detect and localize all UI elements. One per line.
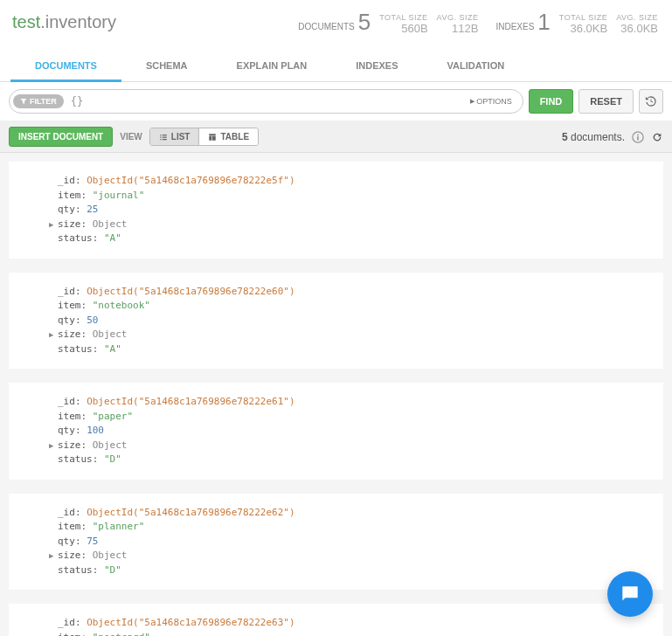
expand-caret-icon[interactable]: ▶ — [49, 440, 53, 453]
document-card[interactable]: _id: ObjectId("5a1468c1a769896e78222e63"… — [9, 604, 663, 636]
doc-avg-size-label: AVG. SIZE — [437, 13, 479, 23]
idx-total-size-value: 36.0KB — [559, 22, 607, 36]
documents-list: _id: ObjectId("5a1468c1a769896e78222e5f"… — [0, 153, 672, 636]
history-button[interactable] — [639, 89, 663, 114]
doc-total-size-label: TOTAL SIZE — [379, 13, 427, 23]
documents-count: 5 — [358, 9, 371, 36]
view-table-button[interactable]: TABLE — [198, 128, 258, 145]
view-list-button[interactable]: LIST — [150, 128, 199, 145]
indexes-count: 1 — [537, 9, 550, 36]
idx-total-size-label: TOTAL SIZE — [559, 13, 607, 23]
collection-stats: DOCUMENTS 5 TOTAL SIZE 560B AVG. SIZE 11… — [298, 9, 658, 36]
breadcrumb-coll: .inventory — [40, 12, 116, 31]
filter-chip: FILTER — [13, 94, 64, 108]
documents-label: DOCUMENTS — [298, 22, 354, 31]
document-card[interactable]: _id: ObjectId("5a1468c1a769896e78222e62"… — [9, 494, 663, 591]
find-button[interactable]: FIND — [529, 89, 574, 114]
insert-document-button[interactable]: INSERT DOCUMENT — [9, 127, 113, 147]
document-count: 5 documents. — [562, 131, 625, 143]
filter-text: {} — [64, 95, 463, 107]
tab-indexes[interactable]: INDEXES — [331, 52, 422, 81]
doc-avg-size-value: 112B — [437, 22, 479, 36]
options-button[interactable]: ▶ OPTIONS — [463, 93, 519, 109]
breadcrumb: test.inventory — [12, 12, 116, 32]
filter-icon — [20, 98, 27, 105]
list-icon — [159, 133, 168, 142]
idx-avg-size-label: AVG. SIZE — [616, 13, 658, 23]
view-toggle: LIST TABLE — [149, 128, 259, 146]
document-card[interactable]: _id: ObjectId("5a1468c1a769896e78222e61"… — [9, 383, 663, 480]
idx-avg-size-value: 36.0KB — [616, 22, 658, 36]
tab-explain-plan[interactable]: EXPLAIN PLAN — [212, 52, 332, 81]
chat-icon — [619, 583, 641, 605]
expand-caret-icon[interactable]: ▶ — [49, 219, 53, 232]
tab-bar: DOCUMENTS SCHEMA EXPLAIN PLAN INDEXES VA… — [0, 52, 672, 82]
history-icon — [645, 95, 657, 107]
filter-input[interactable]: FILTER {} ▶ OPTIONS — [9, 89, 523, 114]
indexes-label: INDEXES — [495, 22, 534, 31]
expand-caret-icon[interactable]: ▶ — [49, 550, 53, 563]
document-card[interactable]: _id: ObjectId("5a1468c1a769896e78222e60"… — [9, 273, 663, 370]
expand-caret-icon[interactable]: ▶ — [49, 329, 53, 342]
doc-total-size-value: 560B — [379, 22, 427, 36]
document-card[interactable]: _id: ObjectId("5a1468c1a769896e78222e5f"… — [9, 162, 663, 259]
table-icon — [208, 133, 217, 142]
tab-documents[interactable]: DOCUMENTS — [10, 52, 121, 82]
view-label: VIEW — [120, 132, 142, 142]
info-icon[interactable] — [632, 131, 644, 143]
reset-button[interactable]: RESET — [578, 89, 634, 114]
tab-schema[interactable]: SCHEMA — [121, 52, 212, 81]
svg-point-1 — [637, 134, 639, 135]
chat-button[interactable] — [607, 571, 653, 617]
refresh-icon[interactable] — [651, 131, 663, 143]
tab-validation[interactable]: VALIDATION — [423, 52, 530, 81]
breadcrumb-db: test — [12, 12, 40, 31]
svg-rect-2 — [637, 136, 639, 140]
